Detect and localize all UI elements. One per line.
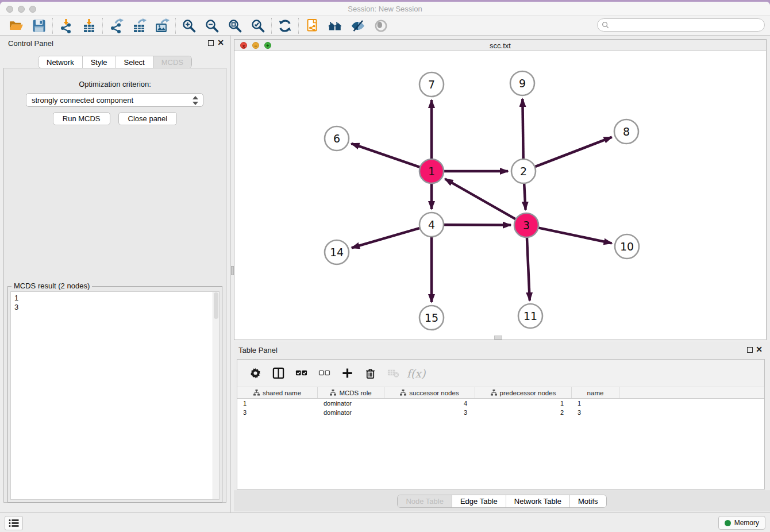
settings-gear-button[interactable]: [247, 365, 264, 382]
import-network-button[interactable]: [55, 17, 78, 34]
export-table-button[interactable]: [128, 17, 151, 34]
column-header-predecessor-nodes[interactable]: predecessor nodes: [475, 387, 572, 398]
tab-mcds[interactable]: MCDS: [153, 56, 191, 68]
control-panel-title: Control Panel: [8, 39, 53, 48]
table-row[interactable]: 1dominator411: [237, 399, 764, 408]
node-9[interactable]: 9: [510, 71, 534, 95]
zoom-selected-icon: [251, 18, 265, 33]
panel-splitter[interactable]: [230, 36, 234, 512]
export-network-button[interactable]: [105, 17, 128, 34]
search-field[interactable]: [597, 18, 765, 32]
node-7[interactable]: 7: [419, 72, 444, 97]
select-all-button[interactable]: [292, 365, 310, 382]
column-header-label: MCDS role: [339, 390, 371, 396]
node-table-container: f(x) shared nameMCDS rolesuccessor nodes…: [237, 359, 765, 489]
optimization-criterion-label: Optimization criterion:: [4, 80, 226, 88]
edge-4-14[interactable]: [352, 228, 420, 248]
show-panels-button[interactable]: [5, 516, 23, 530]
control-panel-tabs: NetworkStyleSelectMCDS: [38, 56, 192, 68]
table-cell: dominator: [318, 408, 384, 417]
memory-button-label: Memory: [734, 519, 759, 527]
delete-entry-button[interactable]: [361, 365, 379, 382]
column-chooser-button[interactable]: [270, 365, 287, 382]
run-mcds-button[interactable]: Run MCDS: [53, 112, 110, 125]
criterion-select[interactable]: strongly connected component: [26, 93, 203, 107]
network-title: scc.txt: [234, 41, 766, 50]
node-label: 14: [330, 246, 344, 259]
open-session-icon: [9, 18, 24, 33]
open-session-button[interactable]: [5, 17, 28, 34]
tab-node-table[interactable]: Node Table: [398, 495, 452, 507]
import-table-button[interactable]: [78, 17, 101, 34]
table-panel-header: Table Panel ✕: [234, 342, 770, 357]
network-canvas[interactable]: 7968124314101511: [234, 51, 766, 340]
memory-button[interactable]: Memory: [718, 516, 765, 530]
edge-4-3[interactable]: [444, 225, 511, 225]
save-session-button[interactable]: [28, 17, 51, 34]
column-header-shared-name[interactable]: shared name: [237, 387, 318, 398]
zoom-in-button[interactable]: [178, 17, 201, 34]
edge-2-8[interactable]: [535, 137, 612, 167]
search-input[interactable]: [609, 21, 764, 29]
deselect-all-icon: [318, 367, 330, 379]
export-network-icon: [109, 18, 124, 33]
node-3[interactable]: 3: [514, 213, 538, 237]
zoom-out-icon: [205, 18, 220, 33]
zoom-out-button[interactable]: [201, 17, 224, 34]
tab-motifs[interactable]: Motifs: [570, 495, 606, 507]
node-2[interactable]: 2: [511, 159, 536, 183]
tab-network-table[interactable]: Network Table: [506, 495, 570, 507]
column-header-successor-nodes[interactable]: successor nodes: [384, 387, 475, 398]
node-8[interactable]: 8: [614, 119, 638, 144]
node-10[interactable]: 10: [615, 234, 639, 259]
export-image-button[interactable]: [151, 17, 174, 34]
tab-select[interactable]: Select: [116, 56, 153, 68]
zoom-fit-content-button[interactable]: [224, 17, 247, 34]
node-14[interactable]: 14: [325, 240, 349, 264]
node-6[interactable]: 6: [325, 126, 349, 151]
table-cell: 3: [572, 408, 619, 417]
node-1[interactable]: 1: [419, 159, 444, 183]
zoom-selected-button[interactable]: [247, 17, 270, 34]
deselect-all-button[interactable]: [315, 365, 333, 382]
edge-3-1[interactable]: [445, 179, 515, 219]
table-panel-close-icon[interactable]: ✕: [755, 345, 763, 354]
column-header-name[interactable]: name: [572, 387, 619, 398]
first-neighbors-button[interactable]: [324, 17, 346, 34]
table-header-row: shared nameMCDS rolesuccessor nodesprede…: [237, 387, 764, 399]
memory-indicator-icon: [725, 520, 731, 526]
apply-layout-button[interactable]: [274, 17, 297, 34]
hide-selected-button[interactable]: [346, 17, 369, 34]
network-graph: 7968124314101511: [234, 51, 766, 340]
table-cell: 1: [572, 399, 619, 408]
tab-style[interactable]: Style: [83, 56, 116, 68]
result-scrollbar[interactable]: [213, 292, 219, 499]
toolbar-separator: [102, 18, 103, 34]
duplicate-network-button[interactable]: [301, 17, 324, 34]
edge-1-6[interactable]: [352, 144, 421, 167]
tab-network[interactable]: Network: [38, 56, 83, 68]
control-panel-close-icon[interactable]: ✕: [217, 38, 225, 47]
table-row[interactable]: 3dominator323: [237, 408, 764, 417]
mcds-result-textarea[interactable]: 13: [10, 291, 220, 500]
node-15[interactable]: 15: [419, 306, 444, 330]
table-panel-float-icon[interactable]: [747, 347, 753, 353]
tab-edge-table[interactable]: Edge Table: [452, 495, 506, 507]
add-entry-button[interactable]: [338, 365, 356, 382]
node-label: 11: [523, 310, 537, 322]
control-panel-header: Control Panel ✕: [0, 36, 230, 51]
edge-3-11[interactable]: [527, 237, 530, 300]
show-all-button[interactable]: [369, 17, 392, 34]
network-window-titlebar: x − + scc.txt: [234, 40, 766, 51]
edge-3-10[interactable]: [538, 228, 612, 243]
duplicate-network-icon: [305, 18, 319, 33]
edge-2-9[interactable]: [522, 99, 523, 159]
column-header-MCDS-role[interactable]: MCDS role: [318, 387, 384, 398]
edge-2-3[interactable]: [524, 183, 525, 210]
node-4[interactable]: 4: [419, 213, 444, 237]
control-panel-float-icon[interactable]: [208, 40, 214, 46]
close-panel-button[interactable]: Close panel: [118, 112, 178, 125]
canvas-splitter-handle[interactable]: [494, 336, 502, 340]
node-11[interactable]: 11: [518, 304, 542, 328]
table-cell: 1: [237, 399, 318, 408]
